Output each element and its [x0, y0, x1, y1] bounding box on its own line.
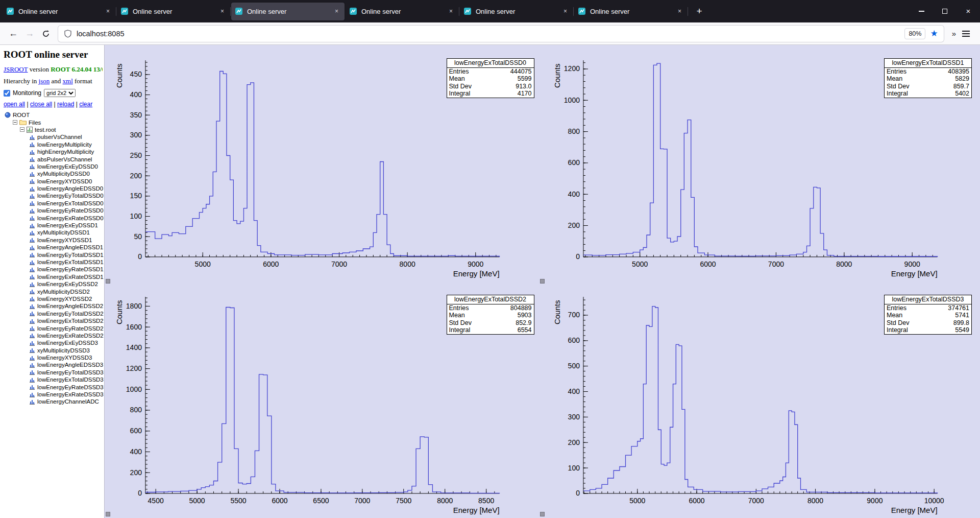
browser-tab[interactable]: Online server × — [346, 3, 459, 20]
monitoring-checkbox[interactable] — [4, 90, 10, 97]
maximize-button[interactable] — [933, 0, 957, 22]
tree-item-histogram[interactable]: lowEnergyEyTotalDSSD0 — [4, 192, 103, 199]
tree-item-histogram[interactable]: xyMultiplicityDSSD2 — [4, 288, 103, 295]
xml-link[interactable]: xml — [63, 77, 73, 85]
open-all-link[interactable]: open all — [4, 101, 25, 108]
app-menu-icon[interactable] — [962, 31, 970, 37]
svg-text:9000: 9000 — [904, 260, 920, 268]
tab-close-icon[interactable]: × — [561, 7, 570, 15]
tree-item-histogram[interactable]: lowEnergyAngleEDSSD0 — [4, 185, 103, 192]
tree-node-files[interactable]: Files — [4, 119, 103, 126]
tree-item-histogram[interactable]: lowEnergyXYDSSD3 — [4, 354, 103, 361]
tree-item-histogram[interactable]: absPulserVsChannel — [4, 155, 103, 162]
tree-item-histogram[interactable]: xyMultiplicityDSSD1 — [4, 229, 103, 236]
histogram-icon — [29, 355, 35, 361]
browser-tab[interactable]: Online server × — [460, 3, 573, 20]
tree-item-histogram[interactable]: lowEnergyEyTotalDSSD3 — [4, 369, 103, 376]
tree-item-histogram[interactable]: lowEnergyXYDSSD0 — [4, 178, 103, 185]
tree-item-histogram[interactable]: lowEnergyExRateDSSD0 — [4, 214, 103, 221]
tree-item-histogram[interactable]: lowEnergyExTotalDSSD0 — [4, 200, 103, 207]
histogram-pad-1[interactable]: 5000600070008000900002004006008001000120… — [543, 45, 980, 281]
tab-close-icon[interactable]: × — [447, 7, 455, 15]
tree-item-histogram[interactable]: lowEnergyExEyDSSD3 — [4, 339, 103, 346]
close-all-link[interactable]: close all — [30, 101, 52, 108]
reload-button[interactable] — [38, 26, 54, 42]
bookmark-star-icon[interactable]: ★ — [930, 28, 938, 39]
tree-item-histogram[interactable]: lowEnergyXYDSSD2 — [4, 295, 103, 302]
tree-item-histogram[interactable]: pulserVsChannel — [4, 133, 103, 140]
tab-close-icon[interactable]: × — [675, 7, 684, 15]
histogram-icon — [29, 215, 35, 221]
collapse-icon[interactable] — [20, 127, 24, 132]
pad-divider-handle[interactable] — [540, 279, 545, 284]
svg-text:50: 50 — [134, 232, 142, 241]
histogram-pad-2[interactable]: 4500500055006000650070007500800085000200… — [105, 281, 543, 518]
pad-divider-handle[interactable] — [540, 512, 545, 516]
clear-link[interactable]: clear — [79, 101, 92, 108]
pad-divider-handle[interactable] — [106, 279, 110, 284]
tree-item-histogram[interactable]: lowEnergyExTotalDSSD1 — [4, 258, 103, 266]
back-button[interactable]: ← — [5, 26, 21, 42]
tree-item-histogram[interactable]: lowEnergyEyRateDSSD2 — [4, 324, 103, 332]
tree-item-histogram[interactable]: lowEnergyXYDSSD1 — [4, 237, 103, 244]
grid-layout-select[interactable]: grid 2x2 — [44, 89, 76, 97]
json-link[interactable]: json — [39, 77, 50, 85]
tab-close-icon[interactable]: × — [332, 7, 341, 15]
stats-box[interactable]: lowEnergyExTotalDSSD1 Entries408395 Mean… — [884, 58, 972, 98]
histogram-pad-0[interactable]: 5000600070008000900005010015020025030035… — [105, 45, 543, 281]
stats-box[interactable]: lowEnergyExTotalDSSD0 Entries444075 Mean… — [447, 58, 534, 98]
tree-item-histogram[interactable]: xyMultiplicityDSSD0 — [4, 170, 103, 177]
url-text[interactable]: localhost:8085 — [77, 30, 904, 38]
browser-tab[interactable]: Online server × — [574, 3, 688, 20]
new-tab-button[interactable]: + — [691, 3, 707, 19]
tree-item-histogram[interactable]: lowEnergyExRateDSSD2 — [4, 332, 103, 339]
overflow-menu-icon[interactable]: » — [948, 29, 960, 38]
browser-tab[interactable]: Online server × — [3, 3, 116, 20]
tree-item-histogram[interactable]: lowEnergyExEyDSSD2 — [4, 280, 103, 288]
tree-item-histogram[interactable]: lowEnergyEyRateDSSD1 — [4, 266, 103, 273]
tree-node-root[interactable]: ROOT — [4, 111, 103, 119]
tree-item-histogram[interactable]: lowEnergyExRateDSSD3 — [4, 391, 103, 398]
stats-box[interactable]: lowEnergyExTotalDSSD3 Entries374761 Mean… — [884, 295, 972, 335]
minimize-button[interactable] — [910, 0, 933, 22]
collapse-icon[interactable] — [13, 120, 17, 125]
tree-item-histogram[interactable]: lowEnergyExRateDSSD1 — [4, 273, 103, 280]
shield-icon[interactable] — [64, 30, 72, 38]
tree-item-histogram[interactable]: lowEnergyEyTotalDSSD2 — [4, 310, 103, 317]
svg-text:7000: 7000 — [354, 497, 370, 505]
stats-row: Integral4170 — [447, 90, 534, 98]
tree-item-histogram[interactable]: lowEnergyExEyDSSD1 — [4, 222, 103, 229]
stats-row: Entries804889 — [447, 304, 534, 312]
tree-item-histogram[interactable]: lowEnergyEyTotalDSSD1 — [4, 251, 103, 258]
browser-tab[interactable]: Online server × — [117, 3, 230, 20]
stats-box[interactable]: lowEnergyExTotalDSSD2 Entries804889 Mean… — [447, 295, 534, 335]
tree-item-histogram[interactable]: lowEnergyChannelADC — [4, 398, 103, 405]
tree-item-histogram[interactable]: lowEnergyAngleEDSSD1 — [4, 244, 103, 251]
tree-item-histogram[interactable]: lowEnergyAngleEDSSD2 — [4, 302, 103, 310]
histogram-pad-3[interactable]: 5000600070008000900010000010020030040050… — [543, 281, 980, 518]
stats-row: Std Dev852.9 — [447, 319, 534, 327]
tree-item-histogram[interactable]: lowEnergyAngleEDSSD3 — [4, 361, 103, 368]
reload-link[interactable]: reload — [57, 101, 74, 108]
histogram-icon — [29, 399, 35, 405]
zoom-level-badge[interactable]: 80% — [904, 28, 925, 39]
tree-item-histogram[interactable]: lowEnergyExTotalDSSD2 — [4, 317, 103, 324]
tab-close-icon[interactable]: × — [104, 7, 112, 15]
svg-text:0: 0 — [576, 489, 580, 497]
tree-item-histogram[interactable]: lowEnergyMultiplicity — [4, 141, 103, 148]
forward-button[interactable]: → — [21, 26, 38, 42]
tree-item-histogram[interactable]: lowEnergyEyRateDSSD3 — [4, 383, 103, 390]
url-bar[interactable]: localhost:8085 80% ★ — [58, 26, 944, 42]
tree-item-histogram[interactable]: lowEnergyExEyDSSD0 — [4, 163, 103, 170]
jsroot-link[interactable]: JSROOT — [4, 65, 28, 73]
pad-divider-handle[interactable] — [106, 512, 110, 516]
close-button[interactable]: × — [957, 0, 980, 22]
browser-tab[interactable]: Online server × — [231, 3, 345, 20]
tree-node-testroot[interactable]: test.root — [4, 126, 103, 133]
tree-item-histogram[interactable]: lowEnergyEyRateDSSD0 — [4, 207, 103, 214]
tree-item-histogram[interactable]: lowEnergyExTotalDSSD3 — [4, 376, 103, 383]
tree-item-label: lowEnergyExEyDSSD1 — [37, 222, 98, 228]
tree-item-histogram[interactable]: highEnergyMultiplicity — [4, 148, 103, 155]
tab-close-icon[interactable]: × — [218, 7, 227, 15]
tree-item-histogram[interactable]: xyMultiplicityDSSD3 — [4, 347, 103, 354]
